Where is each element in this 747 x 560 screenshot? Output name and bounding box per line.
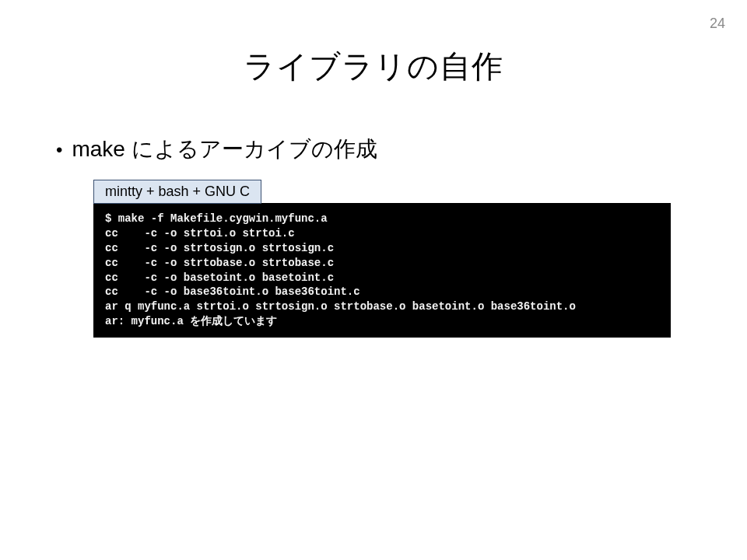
terminal-output: $ make -f Makefile.cygwin.myfunc.a cc -c… [93,203,671,338]
bullet-marker: • [56,139,62,161]
bullet-text: make によるアーカイブの作成 [72,135,377,164]
page-number: 24 [710,16,725,32]
terminal-label: mintty + bash + GNU C [93,180,261,204]
content-area: • make によるアーカイブの作成 mintty + bash + GNU C… [0,135,747,338]
terminal-wrapper: mintty + bash + GNU C $ make -f Makefile… [93,180,671,338]
bullet-item: • make によるアーカイブの作成 [56,135,691,164]
slide-title: ライブラリの自作 [0,45,747,88]
